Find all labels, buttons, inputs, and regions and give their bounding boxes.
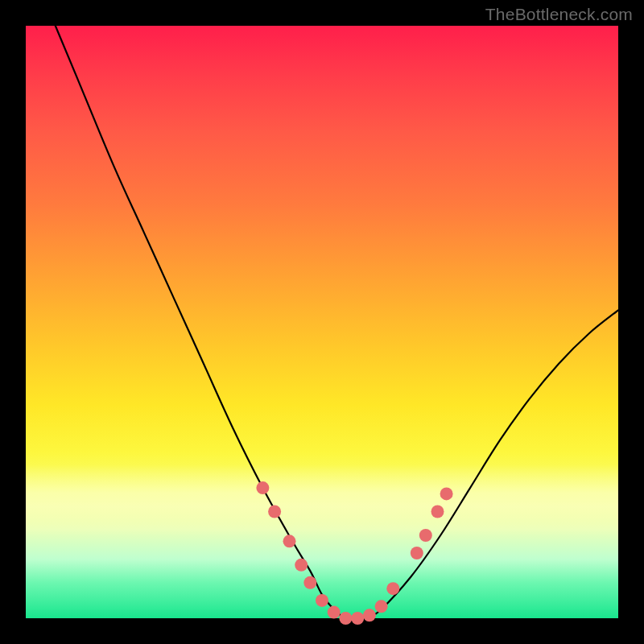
curve-dot (386, 582, 399, 595)
plot-area (26, 26, 618, 618)
curve-dot (283, 535, 296, 547)
curve-dot (351, 612, 364, 625)
curve-dot (375, 600, 388, 613)
curve-dot (440, 487, 453, 500)
curve-dot (316, 594, 328, 607)
watermark-text: TheBottleneck.com (485, 5, 633, 24)
curve-dot (363, 609, 376, 621)
curve-dot (295, 559, 308, 572)
curve-markers (256, 481, 452, 625)
curve-dot (419, 529, 432, 542)
curve-dot (339, 612, 352, 625)
curve-dot (411, 547, 423, 559)
curve-dot (431, 506, 444, 518)
curve-dot (328, 606, 341, 619)
curve-dot (256, 481, 269, 494)
curve-layer (26, 26, 618, 618)
chart-frame: TheBottleneck.com (0, 0, 644, 644)
curve-dot (303, 576, 316, 589)
bottleneck-curve (56, 26, 618, 619)
curve-dot (268, 506, 281, 518)
